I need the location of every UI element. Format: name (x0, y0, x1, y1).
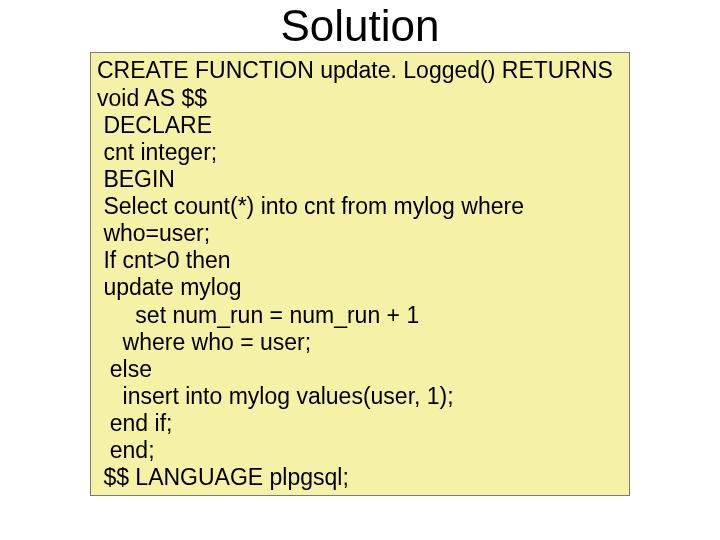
code-line: else (97, 356, 623, 383)
code-line: Select count(*) into cnt from mylog wher… (97, 193, 623, 220)
page-title: Solution (0, 0, 720, 52)
code-box: CREATE FUNCTION update. Logged() RETURNS… (90, 52, 630, 496)
code-line: BEGIN (97, 166, 623, 193)
code-line: If cnt>0 then (97, 247, 623, 274)
code-line: update mylog (97, 274, 623, 301)
code-line: where who = user; (97, 329, 623, 356)
code-line: CREATE FUNCTION update. Logged() RETURNS (97, 57, 623, 84)
slide: Solution CREATE FUNCTION update. Logged(… (0, 0, 720, 540)
code-line: void AS $$ (97, 85, 623, 112)
code-line: DECLARE (97, 112, 623, 139)
code-line: who=user; (97, 220, 623, 247)
code-line: end if; (97, 410, 623, 437)
code-line: $$ LANGUAGE plpgsql; (97, 464, 623, 491)
code-line: insert into mylog values(user, 1); (97, 383, 623, 410)
code-line: end; (97, 437, 623, 464)
code-line: set num_run = num_run + 1 (97, 302, 623, 329)
code-line: cnt integer; (97, 139, 623, 166)
